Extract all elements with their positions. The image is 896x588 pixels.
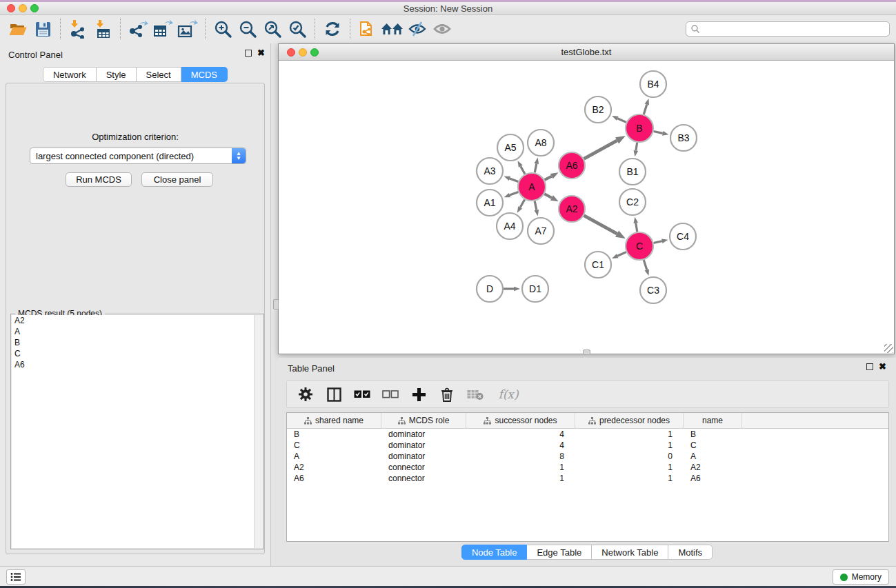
table-cell: 1 bbox=[575, 473, 684, 484]
tab-style[interactable]: Style bbox=[97, 67, 137, 82]
edge-A-A8[interactable] bbox=[535, 163, 537, 172]
memory-button[interactable]: Memory bbox=[833, 569, 889, 585]
tab-network-table[interactable]: Network Table bbox=[592, 545, 668, 560]
memory-status-icon bbox=[840, 574, 848, 581]
create-column-button[interactable] bbox=[408, 384, 429, 405]
import-table-button[interactable] bbox=[90, 17, 115, 41]
result-item[interactable]: B bbox=[12, 337, 263, 348]
column-header-name[interactable]: name bbox=[684, 413, 742, 428]
zoom-fit-button[interactable] bbox=[260, 17, 285, 41]
home-icon bbox=[381, 21, 404, 37]
node-label-B1: B1 bbox=[626, 166, 638, 177]
edge-A-A2[interactable] bbox=[544, 194, 552, 198]
unselect-all-columns-button[interactable] bbox=[380, 384, 401, 405]
zoom-out-icon bbox=[239, 20, 257, 39]
result-item[interactable]: A2 bbox=[12, 315, 263, 326]
edge-B-B3[interactable] bbox=[654, 131, 663, 133]
import-network-button[interactable] bbox=[66, 17, 90, 41]
tab-motifs[interactable]: Motifs bbox=[668, 545, 713, 560]
delete-table-button[interactable] bbox=[465, 384, 486, 405]
search-icon bbox=[690, 24, 700, 34]
edge-B-B2[interactable] bbox=[617, 119, 626, 123]
new-session-button[interactable] bbox=[355, 17, 380, 41]
edge-A-A6[interactable] bbox=[545, 176, 552, 180]
column-header-predecessor-nodes[interactable]: predecessor nodes bbox=[575, 413, 684, 428]
open-session-button[interactable] bbox=[6, 17, 30, 41]
edge-A-A7[interactable] bbox=[535, 201, 537, 210]
edge-A-A3[interactable] bbox=[510, 179, 518, 182]
node-label-A8: A8 bbox=[535, 137, 546, 148]
table-options-button[interactable] bbox=[295, 384, 316, 405]
node-label-B3: B3 bbox=[677, 132, 689, 143]
result-item[interactable]: A bbox=[12, 326, 263, 337]
save-session-button[interactable] bbox=[30, 17, 55, 41]
zoom-selected-button[interactable] bbox=[285, 17, 310, 41]
result-item[interactable]: A6 bbox=[12, 359, 263, 370]
tab-select[interactable]: Select bbox=[137, 67, 181, 82]
table-row[interactable]: Bdominator41B bbox=[287, 429, 888, 440]
export-image-button[interactable] bbox=[175, 17, 200, 41]
table-row[interactable]: A6connector11A6 bbox=[287, 473, 888, 484]
export-network-button[interactable] bbox=[126, 17, 150, 41]
close-table-panel-icon[interactable]: ✖ bbox=[879, 363, 886, 370]
hierarchy-icon bbox=[398, 417, 406, 425]
table-row[interactable]: Cdominator41C bbox=[287, 440, 888, 451]
tab-network[interactable]: Network bbox=[43, 67, 97, 82]
edge-A-A4[interactable] bbox=[520, 199, 525, 207]
zoom-out-button[interactable] bbox=[235, 17, 260, 41]
refresh-layout-button[interactable] bbox=[320, 17, 345, 41]
table-row[interactable]: Adominator80A bbox=[287, 451, 888, 462]
result-scrollbar[interactable] bbox=[254, 315, 263, 548]
table-cell: connector bbox=[381, 462, 466, 473]
edge-A-A1[interactable] bbox=[510, 192, 518, 195]
task-history-button[interactable] bbox=[6, 569, 26, 585]
show-column-button[interactable] bbox=[323, 384, 344, 405]
show-panel-button[interactable] bbox=[430, 17, 455, 41]
vertical-divider-handle[interactable] bbox=[273, 299, 279, 310]
arrowhead-icon bbox=[612, 254, 619, 258]
hide-panel-button[interactable] bbox=[405, 17, 430, 41]
edge-C-C3[interactable] bbox=[644, 260, 647, 270]
close-panel-button[interactable]: Close panel bbox=[141, 172, 213, 187]
window-resize-grip[interactable] bbox=[884, 344, 893, 353]
run-mcds-button[interactable]: Run MCDS bbox=[66, 172, 132, 187]
tab-edge-table[interactable]: Edge Table bbox=[527, 545, 592, 560]
app-titlebar: Session: New Session bbox=[0, 2, 896, 15]
node-label-A1: A1 bbox=[484, 197, 495, 208]
tab-mcds[interactable]: MCDS bbox=[181, 67, 228, 82]
dropdown-stepper-icon: ▲▼ bbox=[232, 148, 246, 163]
float-panel-icon[interactable] bbox=[245, 50, 252, 57]
column-header-shared-name[interactable]: shared name bbox=[287, 413, 381, 428]
close-panel-icon[interactable]: ✖ bbox=[257, 50, 265, 57]
table-cell: A6 bbox=[684, 473, 742, 484]
delete-columns-button[interactable] bbox=[437, 384, 457, 405]
edge-C-C4[interactable] bbox=[653, 241, 661, 243]
edge-B-B4[interactable] bbox=[644, 105, 647, 114]
home-button[interactable] bbox=[380, 17, 405, 41]
column-header-successor-nodes[interactable]: successor nodes bbox=[466, 413, 575, 428]
tab-node-table[interactable]: Node Table bbox=[461, 545, 528, 560]
table-cell: 1 bbox=[466, 473, 575, 484]
float-table-panel-icon[interactable] bbox=[866, 363, 873, 370]
edge-A-A5[interactable] bbox=[521, 166, 525, 174]
horizontal-divider-handle[interactable] bbox=[583, 349, 590, 355]
network-canvas[interactable]: AA1A2A3A4A5A6A7A8BB1B2B3B4CC1C2C3C4DD1 bbox=[279, 61, 894, 354]
column-header-label: MCDS role bbox=[409, 416, 450, 425]
edge-C-C1[interactable] bbox=[617, 252, 626, 256]
edge-A6-B[interactable] bbox=[584, 141, 617, 159]
column-header-MCDS-role[interactable]: MCDS role bbox=[381, 413, 466, 428]
edge-A2-C[interactable] bbox=[584, 216, 617, 234]
edge-C-C2[interactable] bbox=[636, 223, 637, 232]
export-table-button[interactable] bbox=[150, 17, 175, 41]
function-builder-button[interactable]: f(x) bbox=[493, 384, 524, 405]
select-all-columns-button[interactable] bbox=[352, 384, 372, 405]
table-row[interactable]: A2connector11A2 bbox=[287, 462, 888, 473]
zoom-in-button[interactable] bbox=[210, 17, 235, 41]
criterion-dropdown[interactable]: largest connected component (directed) ▲… bbox=[30, 148, 246, 164]
table-toolbar: f(x) bbox=[286, 381, 889, 408]
search-input[interactable] bbox=[700, 24, 885, 34]
column-header-empty bbox=[742, 413, 888, 428]
result-item[interactable]: C bbox=[12, 348, 263, 359]
node-label-A3: A3 bbox=[484, 165, 495, 176]
edge-B-B1[interactable] bbox=[636, 143, 637, 151]
